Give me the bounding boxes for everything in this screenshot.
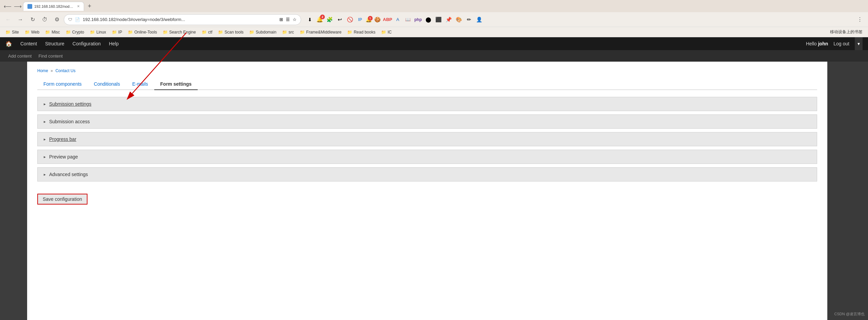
page-icon: 📄 (75, 17, 80, 22)
add-content-link[interactable]: Add content (5, 52, 34, 60)
browser-window: ⟵ ⟶ 192.168.160.182/node/3#overlay=node/… (0, 0, 868, 320)
browser-menu-button[interactable]: ⋮ (854, 14, 865, 25)
notification-icon[interactable]: 🔔 2 (315, 15, 324, 24)
accordion-arrow-icon: ► (43, 120, 46, 124)
find-content-link[interactable]: Find content (36, 52, 65, 60)
ext-dark-icon[interactable]: ⬛ (434, 15, 443, 24)
ext-translate2-icon[interactable]: A (393, 15, 402, 24)
tab-form-settings[interactable]: Form settings (154, 79, 198, 90)
folder-icon: 📁 (66, 30, 71, 35)
accordion-header-progress-bar[interactable]: ► Progress bar (38, 132, 817, 146)
cms-nav-configuration[interactable]: Configuration (73, 41, 101, 46)
qr-icon[interactable]: ⊞ (279, 17, 283, 22)
accordion-header-advanced-settings[interactable]: ► Advanced settings (38, 168, 817, 181)
bookmark-scan-tools[interactable]: 📁 Scan tools (215, 29, 246, 35)
download-icon[interactable]: ⬇ (305, 15, 315, 24)
cms-nav-content[interactable]: Content (20, 41, 37, 46)
extension-icons: ⬇ 🔔 2 🧩 ↩ 🚫 IP 🔔 5 🍪 ABP A 📖 php ⬤ ⬛ 📌 🎨… (305, 15, 484, 24)
left-sidebar (0, 62, 27, 320)
tab-emails[interactable]: E-mails (126, 79, 154, 90)
tab-close-icon[interactable]: ✕ (77, 4, 80, 8)
active-tab[interactable]: 192.168.160.182/node/3#overlay=node/3/we… (23, 2, 84, 11)
ext-translate-icon[interactable]: ABP (383, 15, 392, 24)
home-icon[interactable]: 🏠 (5, 41, 12, 47)
ext-arrow-icon[interactable]: ↩ (335, 15, 344, 24)
ext-color-icon[interactable]: 🎨 (454, 15, 463, 24)
bookmark-label: Scan tools (224, 30, 243, 35)
breadcrumb-home[interactable]: Home (37, 68, 48, 73)
folder-icon: 📁 (90, 30, 95, 35)
bookmark-subdomain[interactable]: 📁 Subdomain (246, 29, 279, 35)
bookmark-star-icon[interactable]: ☆ (293, 17, 297, 22)
tab-conditionals[interactable]: Conditionals (88, 79, 126, 90)
bookmark-frame-middleware[interactable]: 📁 Frame&Middleware (297, 29, 344, 35)
forward-tab-button[interactable]: ⟶ (13, 1, 22, 11)
bookmark-ip[interactable]: 📁 IP (109, 29, 125, 35)
read-mode-icon[interactable]: ☰ (286, 17, 290, 22)
folder-icon: 📁 (381, 30, 386, 35)
forward-button[interactable]: → (15, 14, 26, 25)
ext-notify-icon[interactable]: 🔔 5 (366, 17, 372, 23)
ext-person-icon[interactable]: 👤 (474, 15, 484, 24)
accordion-title: Progress bar (49, 136, 76, 142)
bookmark-site[interactable]: 📁 Site (3, 29, 22, 35)
bookmark-label: Web (31, 30, 39, 35)
folder-icon: 📁 (300, 30, 305, 35)
cms-dropdown-button[interactable]: ▾ (855, 37, 863, 50)
watermark: CSDN @凌言博也 (834, 312, 865, 317)
bookmark-read-books[interactable]: 📁 Read books (344, 29, 378, 35)
address-bar[interactable]: 🛡 📄 192.168.160.182/node/3#overlay=node/… (64, 14, 301, 25)
mobile-bookmarks[interactable]: 移动设备上的书签 (827, 28, 865, 36)
tab-favicon (27, 4, 32, 9)
ext-circle-icon[interactable]: ⬤ (423, 15, 433, 24)
notification-badge: 2 (320, 15, 325, 19)
save-configuration-button[interactable]: Save configuration (37, 194, 87, 205)
tab-form-components[interactable]: Form components (37, 79, 88, 90)
accordion-header-submission-access[interactable]: ► Submission access (38, 115, 817, 128)
bookmark-ctf[interactable]: 📁 ctf (199, 29, 215, 35)
bookmark-label: Site (12, 30, 19, 35)
ext-pin-icon[interactable]: 📌 (444, 15, 453, 24)
bookmark-linux[interactable]: 📁 Linux (87, 29, 109, 35)
bookmark-web[interactable]: 📁 Web (22, 29, 42, 35)
ext-block-icon[interactable]: 🚫 (345, 15, 355, 24)
history-button[interactable]: ⏱ (39, 14, 50, 25)
back-button[interactable]: ← (3, 14, 14, 25)
browser-menu-icons: ⋮ (854, 14, 865, 25)
ext-ip-icon[interactable]: IP (355, 15, 365, 24)
cms-nav-structure[interactable]: Structure (45, 41, 64, 46)
bookmark-misc[interactable]: 📁 Misc (42, 29, 63, 35)
cms-admin-bar: 🏠 Content Structure Configuration Help H… (0, 37, 868, 50)
accordion-submission-access: ► Submission access (37, 114, 817, 129)
main-content: Home » Contact Us Form components Condit… (27, 62, 827, 320)
bookmark-label: Read books (354, 30, 375, 35)
new-tab-button-plus[interactable]: + (85, 1, 94, 11)
ext-cookie-icon[interactable]: 🍪 (373, 15, 382, 24)
new-tab-button[interactable]: ⟵ (3, 1, 12, 11)
folder-icon: 📁 (249, 30, 254, 35)
cms-nav-help[interactable]: Help (109, 41, 119, 46)
bookmark-online-tools[interactable]: 📁 Online-Tools (125, 29, 160, 35)
cms-username: john (818, 41, 828, 46)
accordion-advanced-settings: ► Advanced settings (37, 167, 817, 182)
settings-button[interactable]: ⚙ (52, 14, 62, 25)
bookmark-label: Linux (96, 30, 106, 35)
tab-title: 192.168.160.182/node/3#overlay=node/3/we… (34, 4, 74, 8)
accordion-arrow-icon: ► (43, 102, 46, 106)
breadcrumb-contact[interactable]: Contact Us (55, 68, 75, 73)
bookmark-src[interactable]: 📁 src (279, 29, 297, 35)
notify-badge: 5 (368, 16, 373, 21)
cms-logout-button[interactable]: Log out (833, 41, 849, 46)
accordion-header-submission-settings[interactable]: ► Submission settings (38, 97, 817, 111)
address-text: 192.168.160.182/node/3#overlay=node/3/we… (83, 17, 277, 22)
reload-button[interactable]: ↻ (27, 14, 38, 25)
ext-php-icon[interactable]: php (413, 15, 423, 24)
ext-puzzle-icon[interactable]: 🧩 (325, 15, 334, 24)
ext-reader-icon[interactable]: 📖 (403, 15, 413, 24)
bookmark-ic[interactable]: 📁 IC (378, 29, 394, 35)
ext-edit-icon[interactable]: ✏ (464, 15, 474, 24)
bookmark-label: Crypto (72, 30, 84, 35)
accordion-header-preview-page[interactable]: ► Preview page (38, 150, 817, 164)
bookmark-crypto[interactable]: 📁 Crypto (63, 29, 87, 35)
bookmark-search-engine[interactable]: 📁 Search Engine (160, 29, 199, 35)
